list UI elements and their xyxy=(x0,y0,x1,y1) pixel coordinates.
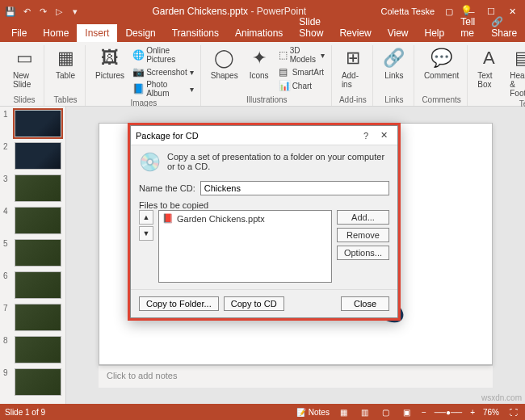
tab-help[interactable]: Help xyxy=(417,24,453,42)
tab-file[interactable]: File xyxy=(3,24,35,42)
ribbon-group-label: Comments xyxy=(422,95,460,106)
tab-review[interactable]: Review xyxy=(331,24,379,42)
name-cd-input[interactable] xyxy=(200,181,389,195)
thumbnail-slide-1[interactable]: 1 xyxy=(3,110,62,137)
dialog-help-button[interactable]: ? xyxy=(357,131,375,141)
thumbnail-slide-8[interactable]: 8 xyxy=(3,336,62,363)
textbox-button[interactable]: AText Box xyxy=(474,45,503,90)
slide-thumbnails-panel[interactable]: 123456789 xyxy=(0,107,66,404)
slideshow-icon[interactable]: ▷ xyxy=(52,4,66,19)
thumbnail-slide-6[interactable]: 6 xyxy=(3,271,62,299)
watermark: wsxdn.com xyxy=(481,393,522,402)
thumb-preview xyxy=(15,110,61,137)
user-name[interactable]: Coletta Teske xyxy=(376,6,439,16)
status-bar: Slide 1 of 9 📝 Notes ▦ ▥ ▢ ▣ − ──●── + 7… xyxy=(0,404,525,420)
copy-to-cd-button[interactable]: Copy to CD xyxy=(224,296,284,311)
thumbnail-slide-5[interactable]: 5 xyxy=(3,239,62,267)
shapes-button[interactable]: ◯Shapes xyxy=(208,45,242,82)
tab-view[interactable]: View xyxy=(380,24,417,42)
package-for-cd-dialog: Package for CD ? ✕ 💿 Copy a set of prese… xyxy=(128,123,401,321)
reading-view-icon[interactable]: ▢ xyxy=(380,408,393,417)
tab-insert[interactable]: Insert xyxy=(77,24,117,42)
3d-models-button[interactable]: ⬚3D Models ▾ xyxy=(277,45,326,65)
thumb-number: 4 xyxy=(3,207,11,216)
new-slide-button[interactable]: ▭New Slide xyxy=(10,45,39,90)
addins-button[interactable]: ⊞Add-ins xyxy=(338,45,368,90)
notes-pane[interactable]: Click to add notes xyxy=(99,365,493,388)
files-listbox[interactable]: 📕Garden Chickens.pptx xyxy=(158,210,332,283)
pictures-button[interactable]: 🖼Pictures xyxy=(92,45,128,82)
qat-more-icon[interactable]: ▾ xyxy=(68,4,82,19)
tab-animations[interactable]: Animations xyxy=(227,24,291,42)
thumbnail-slide-9[interactable]: 9 xyxy=(3,368,62,396)
online-pictures-button[interactable]: 🌐Online Pictures xyxy=(131,45,195,65)
zoom-slider[interactable]: ──●── xyxy=(435,408,462,417)
ribbon-group-label: Slides xyxy=(13,95,35,106)
ribbon-tabs: File Home Insert Design Transitions Anim… xyxy=(0,23,525,42)
picture-icon: 🖼 xyxy=(99,47,121,69)
move-up-button[interactable]: ▲ xyxy=(139,210,153,225)
icons-button[interactable]: ✦Icons xyxy=(245,45,274,82)
thumb-number: 8 xyxy=(3,336,11,345)
thumb-preview xyxy=(15,239,61,267)
fit-icon[interactable]: ⛶ xyxy=(507,408,520,417)
options-button[interactable]: Options... xyxy=(337,246,389,260)
redo-icon[interactable]: ↷ xyxy=(36,4,50,19)
autosave-icon[interactable]: 💾 xyxy=(3,4,18,19)
comment-button[interactable]: 💬Comment xyxy=(421,45,462,82)
tab-tellme[interactable]: 💡 Tell me xyxy=(452,2,483,42)
chart-icon: 📊 xyxy=(279,80,290,91)
links-button[interactable]: 🔗Links xyxy=(380,45,409,82)
undo-icon[interactable]: ↶ xyxy=(19,4,34,19)
thumbnail-slide-7[interactable]: 7 xyxy=(3,304,62,331)
thumbnail-slide-3[interactable]: 3 xyxy=(3,174,62,202)
slide-text-fragment: en xyxy=(400,237,419,258)
dialog-close-button[interactable]: ✕ xyxy=(375,130,393,141)
smartart-button[interactable]: ▤SmartArt xyxy=(277,65,326,78)
thumb-number: 5 xyxy=(3,239,11,248)
cube-icon: ⬚ xyxy=(279,49,288,61)
zoom-level[interactable]: 76% xyxy=(483,408,499,417)
zoom-out-button[interactable]: − xyxy=(422,408,426,417)
title-bar: 💾 ↶ ↷ ▷ ▾ Garden Chickens.pptx - PowerPo… xyxy=(0,0,525,23)
ribbon-group-label: Add-ins xyxy=(339,95,367,106)
thumb-number: 1 xyxy=(3,110,11,119)
window-title: Garden Chickens.pptx - PowerPoint xyxy=(82,6,376,17)
cd-icon: 💿 xyxy=(139,152,161,173)
notes-button[interactable]: 📝 Notes xyxy=(296,408,330,417)
tab-transitions[interactable]: Transitions xyxy=(164,24,227,42)
add-button[interactable]: Add... xyxy=(337,210,389,225)
tab-design[interactable]: Design xyxy=(117,24,163,42)
slideshow-view-icon[interactable]: ▣ xyxy=(401,408,414,417)
thumbnail-slide-4[interactable]: 4 xyxy=(3,207,62,234)
thumb-preview xyxy=(15,142,61,170)
tab-home[interactable]: Home xyxy=(35,24,77,42)
normal-view-icon[interactable]: ▦ xyxy=(338,408,351,417)
smartart-icon: ▤ xyxy=(279,66,290,78)
sorter-view-icon[interactable]: ▥ xyxy=(359,408,372,417)
table-button[interactable]: ▦Table xyxy=(51,45,80,82)
header-footer-button[interactable]: ▤Header & Footer xyxy=(506,45,525,99)
screenshot-button[interactable]: 📷Screenshot ▾ xyxy=(131,65,195,78)
remove-button[interactable]: Remove xyxy=(337,228,389,242)
thumb-number: 9 xyxy=(3,368,11,377)
photo-album-button[interactable]: 📘Photo Album ▾ xyxy=(131,79,195,99)
thumb-number: 3 xyxy=(3,174,11,183)
thumb-preview xyxy=(15,368,61,396)
files-label: Files to be copied xyxy=(139,200,389,210)
thumb-preview xyxy=(15,304,61,331)
copy-to-folder-button[interactable]: Copy to Folder... xyxy=(139,296,219,311)
thumb-preview xyxy=(15,271,61,299)
dialog-instruction: Copy a set of presentation to a folder o… xyxy=(167,152,389,171)
file-item[interactable]: 📕Garden Chickens.pptx xyxy=(162,212,328,225)
ribbon-group-slides: ▭New Slide Slides xyxy=(5,45,44,106)
zoom-in-button[interactable]: + xyxy=(470,408,475,417)
share-button[interactable]: 🔗 Share xyxy=(483,13,525,42)
tab-slideshow[interactable]: Slide Show xyxy=(291,13,331,42)
move-down-button[interactable]: ▼ xyxy=(139,226,153,241)
ribbon-group-addins: ⊞Add-ins Add-ins xyxy=(334,45,373,106)
chart-button[interactable]: 📊Chart xyxy=(277,79,326,92)
close-dialog-button[interactable]: Close xyxy=(341,296,389,311)
thumbnail-slide-2[interactable]: 2 xyxy=(3,142,62,170)
slide-counter: Slide 1 of 9 xyxy=(5,408,45,417)
